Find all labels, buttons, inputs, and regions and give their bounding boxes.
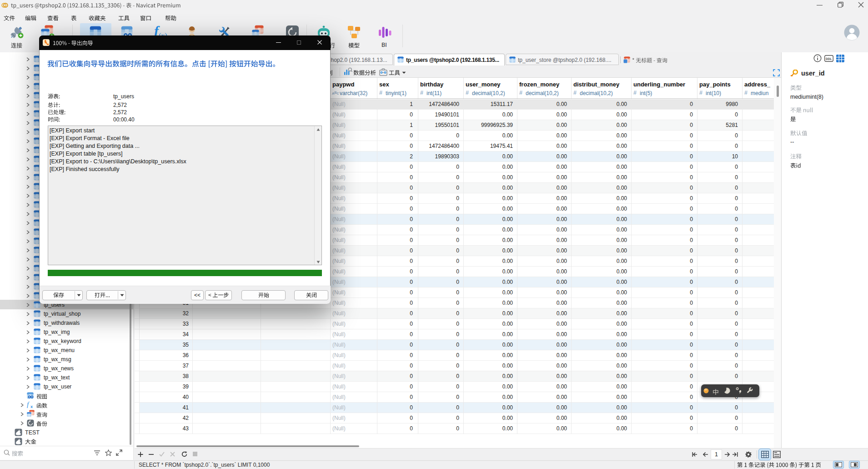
svg-text:DDL: DDL	[826, 57, 832, 61]
svg-text:x: x	[30, 404, 33, 408]
svg-text:f: f	[27, 401, 30, 408]
